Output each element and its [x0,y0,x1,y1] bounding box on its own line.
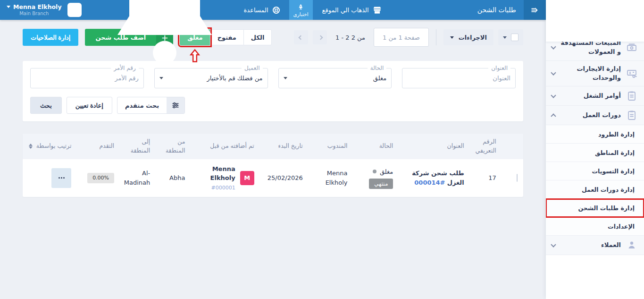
manage-permissions-label: إدارة الصلاحيات [31,34,70,41]
help-icon [272,6,281,15]
bell-icon [94,73,235,82]
pagination-cluster: الاجراءات صفحة 1 من 1 1 - 2 من 2 [294,28,523,47]
sidebar-item-work-cycles[interactable]: دورات العمل [546,106,644,125]
sidebar-subitem-label: إدارة طلبات الشحن [578,205,635,212]
row-checkbox[interactable] [517,174,518,182]
sidebar-subitem-regions[interactable]: إدارة المناطق [546,144,644,162]
status-filter-field: الحالة مغلق [278,65,392,88]
sidebar-subitem-label: إدارة التسويات [592,168,635,175]
row-from-region: Abha [156,159,191,197]
person-icon [626,239,637,251]
added-by-name: Menna Elkholy [210,165,235,182]
status-filter-select[interactable]: مغلق [284,72,387,84]
trial-mode-badge[interactable]: اختبارى [289,0,313,20]
clipboard-icon [626,90,637,102]
user-name: Menna Elkholy [13,3,62,11]
header-id: الرقم التعريفي [470,134,502,159]
header-to-region: إلى المنطقة [120,134,156,159]
chevron-down-icon [551,242,556,247]
row-status: مغلق [380,167,393,177]
previous-page-button[interactable] [294,30,308,44]
sidebar-item-target-sales[interactable]: المبيعات المستهدفة و العمولات [546,42,644,61]
row-id: 17 [470,159,502,197]
page-title: طلبات الشحن [477,6,516,14]
select-all-checkbox[interactable] [511,34,519,41]
page-indicator: صفحة 1 من 1 [374,28,429,47]
header-from-region: من المنطقة [156,134,191,159]
sidebar-item-customers[interactable]: العملاء [546,236,644,255]
sidebar-subitem-settlements[interactable]: إدارة التسويات [546,162,644,180]
select-all-box[interactable] [498,29,523,45]
sidebar-top-space [546,0,644,42]
notifications-button[interactable]: 77 [94,0,235,82]
advanced-search-button[interactable]: بحث متقدم [117,97,185,114]
chevron-down-icon [551,93,556,98]
added-by-avatar: M [240,171,254,185]
sidebar-empty-space [546,255,644,283]
caret-down-icon [7,6,10,8]
content-area: الاجراءات صفحة 1 من 1 1 - 2 من 2 الكل [0,20,546,299]
sidebar-item-rentals-units[interactable]: إدارة الايجارات والوحدات [546,61,644,87]
actions-dropdown-button[interactable]: الاجراءات [443,29,493,45]
sidebar-subitem-label: إدارة المناطق [595,149,635,156]
status-dot-icon [373,170,376,173]
sort-icon [29,144,33,149]
chevron-up-icon [551,114,556,119]
caret-down-icon [450,36,454,39]
menu-toggle-icon [530,6,539,15]
tab-all-label: الكل [251,34,265,41]
next-page-button[interactable] [313,30,327,44]
rocket-icon [297,4,304,11]
sidebar-subitem-label: إدارة دورات العمل [582,186,635,193]
header-added-by: تم أضافته من قبل [191,134,259,159]
avatar[interactable] [67,3,82,17]
manage-permissions-button[interactable]: إدارة الصلاحيات [23,29,78,46]
header-status: الحالة [353,134,399,159]
status-filter-label: الحالة [368,65,386,71]
table-header-row: الرقم التعريفي العنوان الحالة المندوب تا… [23,134,523,159]
sidebar-menu: المبيعات المستهدفة و العمولات إدارة الاي… [546,42,644,299]
reset-label: إعادة تعيين [75,102,103,109]
page-indicator-text: صفحة 1 من 1 [383,34,420,41]
tab-all[interactable]: الكل [243,29,272,45]
caret-down-icon [503,36,507,39]
sliders-icon [167,97,184,113]
sidebar-item-label: إدارة الايجارات والوحدات [560,65,621,83]
header-sort-by[interactable]: ترتيب بواسطة [23,134,77,159]
search-button[interactable]: بحث [30,97,62,114]
chevron-left-icon [298,35,303,40]
row-title-ref[interactable]: #000014 [414,179,445,186]
sidebar-item-label: أوامر الشغل [560,92,621,101]
customer-filter-label: العميل [242,65,262,71]
sidebar-subitem-label: الإعدادات [608,223,635,230]
title-filter-field: العنوان [402,65,516,88]
sidebar-subitem-work-cycles-mgmt[interactable]: إدارة دورات العمل [546,180,644,199]
row-title-cell[interactable]: طلب شحن شركة الغزل #000014 [399,159,469,197]
user-branch: Main Branch [19,11,49,17]
row-to-region: Al-Madinah [120,159,156,197]
go-to-site-link[interactable]: الذهاب الي الموقع [322,6,382,15]
sidebar-item-work-orders[interactable]: أوامر الشغل [546,86,644,106]
status-badge: منتهي [369,179,393,189]
reset-button[interactable]: إعادة تعيين [67,97,112,114]
user-menu[interactable]: Menna Elkholy Main Branch [7,3,62,17]
sidebar-subitem-parcels[interactable]: إدارة الطرود [546,125,644,144]
sidebar-toggle-button[interactable] [524,0,546,20]
advanced-search-label: بحث متقدم [117,97,167,113]
header-progress: التقدم [77,134,120,159]
sidebar-subitem-settings[interactable]: الإعدادات [546,217,644,236]
go-to-site-label: الذهاب الي الموقع [322,7,369,14]
sidebar-subitem-shipping-requests[interactable]: إدارة طلبات الشحن [546,199,644,217]
help-button[interactable]: المساعدة [244,6,281,15]
caret-down-icon [284,77,287,79]
units-icon [626,68,637,79]
sort-by-label: ترتيب بواسطة [36,142,72,151]
sidebar: المبيعات المستهدفة و العمولات إدارة الاي… [546,0,644,299]
added-by-ref: #000001 [211,185,235,191]
shipping-requests-table: الرقم التعريفي العنوان الحالة المندوب تا… [23,134,523,197]
help-label: المساعدة [244,7,268,14]
row-actions-button[interactable] [51,168,71,188]
header-delegate: المندوب [309,134,353,159]
title-filter-input[interactable] [407,72,510,84]
search-label: بحث [40,102,52,109]
